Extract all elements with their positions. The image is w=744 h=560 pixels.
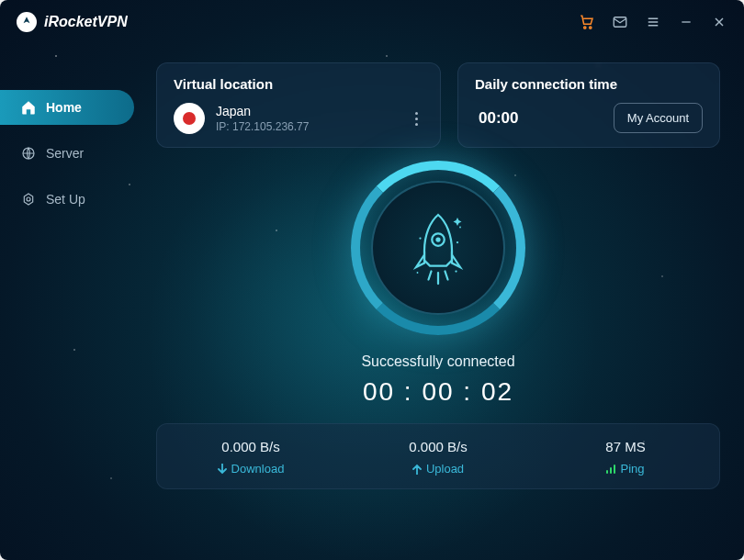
svg-point-13 (435, 237, 440, 241)
sidebar-item-label: Set Up (46, 192, 85, 207)
daily-connection-card: Daily connection time 00:00 My Account (457, 62, 720, 148)
cart-icon[interactable] (579, 14, 595, 30)
gear-icon (20, 191, 37, 207)
logo-icon (17, 12, 37, 32)
sidebar-item-server[interactable]: Server (0, 136, 134, 171)
app-window: iRocketVPN (0, 0, 744, 560)
connection-status: Successfully connected (361, 353, 514, 370)
stats-bar: 0.000 B/s Download 0.000 B/s Uplo (156, 423, 720, 489)
sidebar-item-label: Home (46, 100, 82, 115)
connection-timer: 00 : 00 : 02 (363, 377, 513, 407)
svg-point-19 (459, 227, 461, 229)
signal-bars-icon (606, 464, 615, 474)
ping-value: 87 MS (605, 439, 645, 454)
ping-label: Ping (606, 462, 644, 476)
rocket-icon (371, 181, 505, 315)
download-label: Download (218, 462, 285, 476)
svg-line-16 (445, 272, 448, 280)
sidebar-item-home[interactable]: Home (0, 90, 134, 125)
upload-value: 0.000 B/s (409, 439, 467, 454)
hamburger-icon[interactable] (645, 14, 661, 30)
close-icon[interactable] (711, 14, 727, 30)
mail-icon[interactable] (612, 14, 628, 30)
more-options-icon[interactable] (409, 108, 423, 129)
ping-stat: 87 MS Ping (532, 439, 719, 476)
svg-point-0 (584, 27, 586, 28)
upload-stat: 0.000 B/s Upload (344, 439, 532, 476)
titlebar: iRocketVPN (0, 0, 744, 44)
brand-name: iRocketVPN (44, 14, 128, 30)
sidebar-item-setup[interactable]: Set Up (0, 182, 134, 217)
virtual-location-card: Virtual location Japan IP: 172.105.236.7… (156, 62, 441, 148)
home-icon (20, 99, 37, 116)
logo: iRocketVPN (17, 12, 128, 32)
connect-button[interactable] (351, 161, 525, 335)
upload-arrow-icon (412, 464, 422, 475)
daily-connection-title: Daily connection time (475, 76, 703, 92)
my-account-button[interactable]: My Account (614, 103, 703, 133)
main-content: Virtual location Japan IP: 172.105.236.7… (147, 44, 744, 560)
download-stat: 0.000 B/s Download (157, 439, 344, 476)
server-icon (20, 145, 37, 162)
svg-line-14 (429, 272, 432, 280)
download-value: 0.000 B/s (221, 439, 279, 454)
svg-point-20 (417, 272, 419, 274)
svg-point-18 (457, 241, 458, 243)
sidebar-item-label: Server (46, 146, 84, 161)
virtual-location-country: Japan (216, 104, 398, 118)
sidebar: Home Server Set Up (0, 44, 147, 560)
titlebar-actions (579, 14, 727, 30)
svg-point-11 (27, 197, 30, 201)
svg-marker-10 (24, 194, 32, 205)
virtual-location-title: Virtual location (174, 76, 423, 92)
flag-japan-icon (174, 103, 205, 134)
svg-point-1 (590, 27, 592, 28)
svg-point-21 (455, 270, 457, 272)
svg-point-17 (419, 237, 421, 239)
upload-label: Upload (412, 462, 464, 476)
minimize-icon[interactable] (678, 14, 694, 30)
download-arrow-icon (218, 464, 227, 475)
virtual-location-ip: IP: 172.105.236.77 (216, 120, 398, 133)
daily-connection-time: 00:00 (475, 109, 601, 128)
virtual-location-info: Japan IP: 172.105.236.77 (216, 104, 398, 133)
